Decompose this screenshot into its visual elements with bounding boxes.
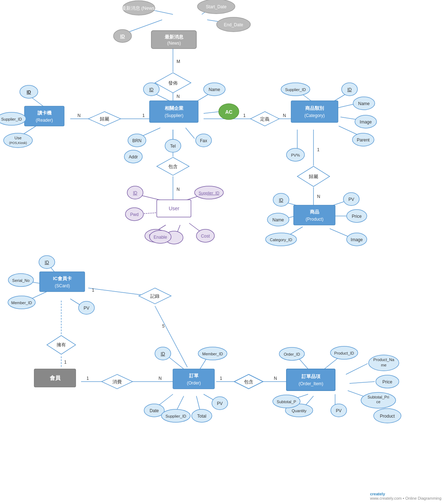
svg-text:Enable: Enable [153, 235, 167, 240]
svg-text:Fax: Fax [200, 138, 207, 143]
svg-text:1: 1 [64, 360, 67, 365]
svg-text:Price: Price [352, 214, 362, 219]
svg-text:定義: 定義 [260, 116, 270, 122]
svg-text:Category_ID: Category_ID [270, 238, 292, 242]
svg-text:歸屬: 歸屬 [309, 174, 318, 179]
svg-text:N: N [274, 376, 277, 381]
svg-text:Image: Image [360, 120, 372, 125]
svg-text:Supplier_ID: Supplier_ID [1, 117, 22, 121]
svg-text:me: me [381, 363, 386, 367]
svg-rect-108 [150, 101, 198, 122]
svg-rect-162 [294, 205, 335, 225]
svg-text:N: N [283, 113, 286, 118]
svg-text:Total: Total [197, 414, 206, 419]
svg-rect-84 [151, 31, 196, 49]
svg-text:Start_Date: Start_Date [206, 4, 227, 9]
svg-text:Member_ID: Member_ID [11, 301, 32, 305]
svg-rect-96 [25, 106, 64, 126]
svg-text:Subtotal_Pri: Subtotal_Pri [368, 395, 389, 399]
svg-text:AC: AC [225, 109, 232, 115]
svg-text:商品類別: 商品類別 [305, 105, 324, 111]
svg-text:1: 1 [92, 288, 94, 293]
svg-text:1: 1 [220, 376, 222, 381]
svg-text:Date: Date [150, 408, 159, 413]
svg-text:ID: ID [347, 87, 352, 92]
svg-text:訂單品項: 訂單品項 [302, 374, 321, 379]
svg-text:歸屬: 歸屬 [100, 116, 109, 122]
svg-text:記錄: 記錄 [150, 293, 160, 299]
svg-text:N: N [177, 94, 180, 99]
svg-text:1: 1 [142, 113, 145, 118]
svg-rect-177 [40, 272, 85, 292]
svg-text:PV%: PV% [291, 153, 300, 157]
svg-text:Name: Name [209, 87, 220, 92]
svg-text:(News): (News) [167, 41, 181, 46]
watermark: creately www.creately.com • Online Diagr… [370, 492, 441, 500]
svg-text:Name: Name [272, 217, 284, 222]
svg-text:End_Date: End_Date [224, 22, 243, 27]
svg-rect-0 [0, 0, 445, 504]
svg-text:訂單: 訂單 [189, 373, 199, 378]
svg-text:(Category): (Category) [304, 113, 325, 118]
svg-text:Tel: Tel [170, 144, 175, 149]
svg-text:商品: 商品 [310, 209, 319, 215]
svg-text:N: N [159, 376, 162, 381]
svg-rect-213 [286, 369, 335, 391]
svg-text:Supplier_ID: Supplier_ID [285, 87, 306, 92]
svg-text:包含: 包含 [244, 379, 253, 384]
svg-text:Price: Price [382, 379, 392, 384]
svg-text:1: 1 [243, 113, 246, 118]
svg-text:Serial_No: Serial_No [12, 278, 30, 283]
svg-text:PV: PV [336, 408, 342, 413]
svg-text:Supplier_ID: Supplier_ID [165, 414, 186, 418]
svg-rect-196 [173, 369, 214, 389]
svg-text:(Order_Item): (Order_Item) [299, 381, 324, 386]
svg-rect-127 [291, 101, 338, 122]
svg-text:1: 1 [317, 147, 320, 152]
svg-text:ID: ID [279, 198, 283, 203]
svg-text:Pwd: Pwd [130, 212, 138, 217]
svg-text:ID: ID [27, 90, 31, 95]
svg-text:ID: ID [120, 33, 125, 39]
svg-text:Name: Name [358, 101, 370, 106]
svg-text:5: 5 [162, 324, 165, 329]
svg-text:(Order): (Order) [187, 381, 201, 386]
svg-text:會員: 會員 [49, 375, 61, 381]
svg-text:Quantity: Quantity [292, 409, 307, 413]
svg-text:N: N [317, 194, 320, 199]
svg-text:Subtotal_P: Subtotal_P [277, 400, 296, 404]
svg-text:1: 1 [86, 376, 89, 381]
svg-point-103 [4, 133, 32, 148]
svg-text:N: N [177, 187, 180, 192]
svg-text:Product_ID: Product_ID [334, 351, 354, 355]
svg-text:ID: ID [161, 351, 165, 356]
svg-text:發佈: 發佈 [168, 80, 178, 86]
svg-text:ce: ce [376, 400, 381, 404]
svg-text:ID: ID [149, 87, 153, 92]
svg-text:Member_ID: Member_ID [202, 352, 223, 356]
svg-text:讀卡機: 讀卡機 [37, 110, 52, 116]
svg-text:M: M [177, 59, 180, 64]
er-diagram: M N N 1 1 N 1 N 1 N [0, 0, 445, 504]
svg-text:Image: Image [351, 237, 363, 242]
svg-text:Use: Use [14, 136, 22, 140]
svg-text:擁有: 擁有 [57, 342, 66, 347]
svg-text:PV: PV [217, 401, 223, 406]
svg-text:N: N [77, 113, 81, 118]
svg-text:Parent: Parent [357, 138, 370, 143]
svg-text:PV: PV [348, 197, 354, 202]
svg-text:Product: Product [380, 414, 395, 419]
svg-text:(Reader): (Reader) [36, 118, 53, 123]
news-attr-name: 最新消息 (News) [121, 5, 156, 11]
svg-text:(POS,Kiosk): (POS,Kiosk) [9, 141, 27, 145]
svg-text:Cost: Cost [201, 234, 210, 239]
svg-text:(Product): (Product) [306, 217, 323, 222]
svg-text:最新消息: 最新消息 [165, 34, 184, 40]
svg-text:BRN: BRN [132, 138, 141, 143]
svg-text:(Supplier): (Supplier) [165, 113, 183, 118]
svg-text:IC會員卡: IC會員卡 [53, 276, 72, 281]
svg-text:ID: ID [133, 190, 137, 195]
svg-text:Product_Na: Product_Na [373, 357, 395, 362]
svg-text:Addr: Addr [129, 154, 138, 159]
svg-text:ID: ID [45, 260, 49, 265]
